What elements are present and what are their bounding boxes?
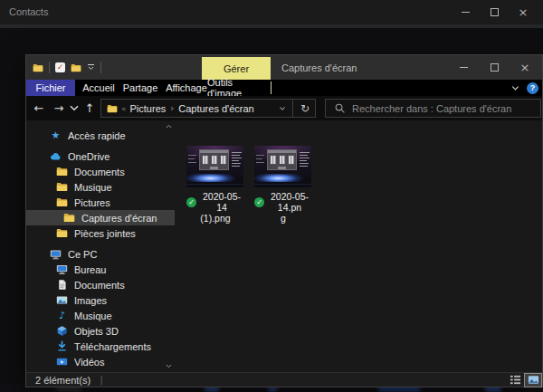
sidebar-item-label: Musique xyxy=(74,182,112,193)
toolbar-separator xyxy=(49,62,50,73)
sidebar-item-onedrive[interactable]: OneDrive xyxy=(26,148,175,164)
explorer-titlebar: ✓ Gérer Captures d'écran × xyxy=(26,55,542,80)
new-folder-icon[interactable] xyxy=(71,62,81,73)
download-icon xyxy=(56,340,68,352)
navigation-bar: ← → ↑ « Pictures › Captures d'écran ↻ xyxy=(26,96,542,120)
sidebar-item-objets-3d[interactable]: Objets 3D xyxy=(26,323,175,339)
sidebar-item-musique[interactable]: ♪ Musique xyxy=(26,308,175,323)
customize-qat-icon[interactable] xyxy=(87,64,95,71)
details-view-button[interactable] xyxy=(506,373,524,387)
explorer-window-title: Captures d'écran xyxy=(281,55,357,80)
quick-access-toolbar: ✓ xyxy=(33,55,101,80)
scroll-down-icon[interactable] xyxy=(165,362,173,370)
sidebar-item-ce-pc[interactable]: Ce PC xyxy=(26,246,175,262)
thumbnails-view-icon xyxy=(528,374,539,386)
cube-icon xyxy=(56,325,68,337)
statusbar-divider: | xyxy=(100,374,103,386)
sidebar-item-pictures[interactable]: Pictures xyxy=(26,195,175,210)
navigation-pane: ★ Accès rapide OneDrive Documents Musiqu… xyxy=(26,120,175,372)
file-item[interactable]: ✓ 2020-05-14 (1).png xyxy=(186,146,244,224)
help-icon[interactable]: ? xyxy=(527,82,538,94)
folder-icon xyxy=(56,227,68,239)
synced-icon: ✓ xyxy=(254,197,264,207)
tab-accueil[interactable]: Accueil xyxy=(79,80,119,96)
refresh-icon[interactable]: ↻ xyxy=(295,102,315,115)
items-count: 2 élément(s) xyxy=(35,375,90,386)
sidebar-item-label: Vidéos xyxy=(74,357,104,368)
search-box[interactable] xyxy=(325,99,541,118)
address-bar[interactable]: « Pictures › Captures d'écran ↻ xyxy=(100,99,316,118)
contacts-close-button[interactable]: × xyxy=(509,0,538,24)
sidebar-item-musique-onedrive[interactable]: Musique xyxy=(26,179,175,195)
up-button[interactable]: ↑ xyxy=(81,96,99,120)
sidebar-item-label: Bureau xyxy=(74,264,106,275)
picture-icon xyxy=(56,294,68,306)
toolbar-separator xyxy=(100,62,101,73)
folder-icon xyxy=(63,212,75,224)
contacts-window-title: Contacts xyxy=(9,6,48,17)
back-button[interactable]: ← xyxy=(30,96,48,120)
sidebar-item-captures-decran[interactable]: Captures d'écran xyxy=(26,210,175,225)
document-icon xyxy=(56,279,68,291)
sidebar-item-documents[interactable]: Documents xyxy=(26,277,175,292)
sidebar-item-label: Pièces jointes xyxy=(74,228,136,239)
sidebar-item-images[interactable]: Images xyxy=(26,292,175,308)
computer-icon xyxy=(50,248,62,260)
explorer-maximize-button[interactable] xyxy=(479,55,510,80)
synced-icon: ✓ xyxy=(186,197,196,207)
breadcrumb-captures-decran[interactable]: Captures d'écran xyxy=(176,103,256,114)
contacts-minimize-button[interactable] xyxy=(451,0,480,24)
sidebar-item-label: Téléchargements xyxy=(74,341,151,352)
thumbnails-view-button[interactable] xyxy=(524,373,542,387)
file-thumbnail xyxy=(186,146,243,187)
sidebar-item-label: Documents xyxy=(74,280,125,291)
sidebar-item-pieces-jointes[interactable]: Pièces jointes xyxy=(26,225,175,241)
breadcrumb-separator: › xyxy=(168,103,176,113)
recent-locations-icon[interactable] xyxy=(68,96,81,120)
file-thumbnail xyxy=(254,146,311,187)
music-note-icon: ♪ xyxy=(56,310,68,321)
properties-check-icon[interactable]: ✓ xyxy=(55,62,65,72)
sidebar-item-label: Pictures xyxy=(74,197,110,208)
folder-icon xyxy=(56,196,68,208)
contacts-maximize-button[interactable] xyxy=(480,0,509,24)
address-dropdown-icon[interactable] xyxy=(274,104,291,113)
status-bar: 2 élément(s) | xyxy=(26,372,542,387)
scroll-up-icon[interactable] xyxy=(165,122,173,130)
tab-fichier[interactable]: Fichier xyxy=(26,80,75,96)
tab-affichage[interactable]: Affichage xyxy=(162,80,211,96)
sidebar-item-label: Accès rapide xyxy=(68,130,126,141)
folder-icon xyxy=(56,166,68,177)
contextual-tab-separator xyxy=(271,81,272,94)
video-icon xyxy=(56,356,68,368)
breadcrumb-pictures[interactable]: Pictures xyxy=(128,103,169,114)
folder-icon xyxy=(56,181,68,193)
tab-partage[interactable]: Partage xyxy=(120,80,160,96)
folder-icon[interactable] xyxy=(33,62,43,73)
sidebar-item-label: OneDrive xyxy=(68,151,110,162)
address-divider xyxy=(292,100,293,117)
folder-icon xyxy=(107,103,118,114)
contacts-toolbar-strip xyxy=(0,24,543,28)
ribbon-tab-bar: Fichier Accueil Partage Affichage Outils… xyxy=(26,80,542,96)
file-item[interactable]: ✓ 2020-05-14.pn g xyxy=(254,146,312,224)
tab-outils-image[interactable]: Outils d'image xyxy=(207,80,269,96)
expand-ribbon-icon[interactable] xyxy=(510,83,520,93)
explorer-close-button[interactable]: × xyxy=(510,55,540,80)
file-list-area[interactable]: ✓ 2020-05-14 (1).png xyxy=(175,120,542,372)
sidebar-item-telechargements[interactable]: Téléchargements xyxy=(26,339,175,354)
sidebar-item-label: Ce PC xyxy=(68,249,97,260)
sidebar-item-documents-onedrive[interactable]: Documents xyxy=(26,164,175,179)
sidebar-item-videos[interactable]: Vidéos xyxy=(26,354,175,369)
star-icon: ★ xyxy=(50,129,62,141)
sidebar-scrollbar[interactable] xyxy=(162,120,175,372)
desktop: Contacts × ✓ xyxy=(0,0,543,392)
sidebar-item-label: Musique xyxy=(74,311,112,321)
search-input[interactable] xyxy=(352,103,533,114)
sidebar-item-label: Documents xyxy=(74,167,125,177)
sidebar-item-bureau[interactable]: Bureau xyxy=(26,262,175,277)
forward-button[interactable]: → xyxy=(50,96,68,120)
explorer-minimize-button[interactable] xyxy=(448,55,479,80)
details-view-icon xyxy=(510,374,521,386)
sidebar-item-acces-rapide[interactable]: ★ Accès rapide xyxy=(26,128,175,143)
